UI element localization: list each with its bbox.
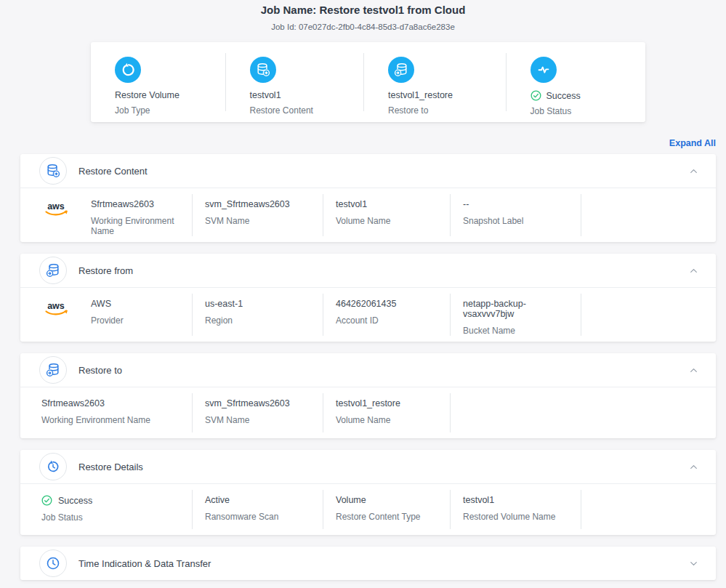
field-value: 464262061435 [336, 299, 438, 309]
step-value: Success [531, 90, 646, 101]
step-label: Restore to [388, 105, 505, 116]
field-label: Restore Content Type [336, 512, 438, 522]
page-title: Job Name: Restore testvol1 from Cloud [0, 4, 726, 16]
pulse-icon [531, 57, 557, 83]
field-working-environment: Sfrtmeaws2603 Working Environment Name [20, 194, 193, 236]
field-label: SVM Name [205, 415, 311, 425]
summary-step-restore-to: testvol1_restore Restore to [364, 42, 505, 122]
field-provider: AWS Provider [20, 294, 193, 336]
section-time-indication: Time Indication & Data Transfer [20, 547, 716, 580]
section-restore-content: Restore Content Sfrtmeaws2603 Working En… [20, 154, 716, 242]
field-value: Volume [336, 495, 438, 505]
field-value: Active [205, 495, 311, 505]
section-title: Restore to [78, 365, 689, 376]
field-value: testvol1_restore [336, 398, 438, 408]
field-value: Sfrtmeaws2603 [91, 199, 180, 209]
field-snapshot-label: -- Snapshot Label [451, 194, 581, 236]
expand-all-row: Expand All [20, 136, 716, 149]
section-restore-to: Restore to Sfrtmeaws2603 Working Environ… [20, 353, 716, 438]
field-region: us-east-1 Region [193, 294, 323, 336]
chevron-down-icon[interactable] [689, 559, 698, 568]
field-label: Working Environment Name [41, 415, 180, 425]
summary-step-restore-content: testvol1 Restore Content [226, 42, 364, 122]
field-volume-name: testvol1_restore Volume Name [323, 393, 451, 432]
section-body: Sfrtmeaws2603 Working Environment Name s… [20, 387, 716, 438]
step-value: testvol1_restore [388, 90, 505, 100]
history-icon [39, 453, 67, 480]
field-volume-name: testvol1 Volume Name [323, 194, 451, 236]
database-target-icon [39, 356, 67, 384]
section-header-restore-from[interactable]: Restore from [20, 254, 716, 287]
job-summary-card: Restore Volume Job Type testvol1 Restore… [91, 42, 645, 122]
field-label: SVM Name [205, 216, 311, 226]
field-label: Job Status [41, 512, 180, 523]
restore-arrow-icon [115, 57, 141, 83]
step-label: Restore Content [250, 105, 364, 116]
section-header-restore-content[interactable]: Restore Content [20, 154, 716, 188]
success-check-icon [531, 90, 541, 101]
field-label: Bucket Name [463, 326, 569, 336]
field-label: Restored Volume Name [463, 512, 569, 522]
chevron-up-icon[interactable] [689, 462, 698, 472]
field-value: svm_Sfrtmeaws2603 [205, 199, 311, 209]
field-account-id: 464262061435 Account ID [323, 294, 451, 336]
page-header: Job Name: Restore testvol1 from Cloud Jo… [0, 0, 726, 31]
field-working-environment: Sfrtmeaws2603 Working Environment Name [20, 393, 193, 432]
field-ransomware-scan: Active Ransomware Scan [193, 490, 323, 529]
field-label: Snapshot Label [463, 216, 569, 226]
step-value: testvol1 [250, 90, 364, 100]
field-label: Account ID [336, 315, 438, 326]
section-title: Restore Details [78, 462, 689, 472]
section-header-time-indication[interactable]: Time Indication & Data Transfer [20, 547, 716, 580]
field-label: Volume Name [336, 415, 438, 425]
field-bucket-name: netapp-backup-vsaxvvv7bjw Bucket Name [451, 294, 581, 336]
section-header-restore-details[interactable]: Restore Details [20, 450, 716, 483]
step-label: Job Type [115, 105, 225, 116]
expand-all-link[interactable]: Expand All [669, 138, 716, 148]
field-value: AWS [91, 299, 124, 309]
field-value: Sfrtmeaws2603 [41, 398, 180, 408]
field-value: testvol1 [336, 199, 438, 209]
database-restore-icon [250, 57, 276, 83]
section-restore-from: Restore from AWS Provider us-east-1 Regi… [20, 254, 716, 342]
section-body: Sfrtmeaws2603 Working Environment Name s… [20, 188, 716, 242]
section-header-restore-to[interactable]: Restore to [20, 353, 716, 387]
step-label: Job Status [531, 106, 646, 116]
summary-step-job-type: Restore Volume Job Type [91, 42, 225, 122]
summary-step-job-status: Success Job Status [507, 42, 646, 122]
chevron-up-icon[interactable] [689, 366, 698, 375]
field-value: us-east-1 [205, 299, 311, 309]
field-label: Working Environment Name [91, 216, 180, 236]
status-text: Success [546, 91, 581, 101]
bucket-restore-icon [39, 257, 67, 284]
field-value: -- [463, 199, 569, 209]
database-target-icon [388, 57, 414, 83]
job-id: Job Id: 07e027dc-2fb0-4c84-85d3-d7a8ac6e… [0, 23, 726, 31]
step-value: Restore Volume [115, 90, 225, 100]
aws-logo-icon [41, 299, 72, 336]
field-value: testvol1 [463, 495, 569, 505]
field-value: Success [58, 496, 92, 506]
field-svm-name: svm_Sfrtmeaws2603 SVM Name [193, 194, 323, 236]
chevron-up-icon[interactable] [689, 266, 698, 275]
database-restore-icon [39, 157, 67, 185]
chevron-up-icon[interactable] [689, 166, 698, 176]
field-svm-name: svm_Sfrtmeaws2603 SVM Name [193, 393, 323, 432]
field-label: Region [205, 315, 311, 326]
field-label: Volume Name [336, 216, 438, 226]
field-value: svm_Sfrtmeaws2603 [205, 398, 311, 408]
field-job-status: Success Job Status [20, 490, 193, 529]
field-value: netapp-backup-vsaxvvv7bjw [463, 299, 569, 319]
section-body: Success Job Status Active Ransomware Sca… [20, 483, 716, 535]
success-check-icon [41, 495, 52, 506]
section-title: Restore from [78, 265, 689, 276]
clock-icon [39, 549, 67, 577]
field-restore-content-type: Volume Restore Content Type [323, 490, 451, 529]
field-label: Provider [91, 315, 124, 326]
section-body: AWS Provider us-east-1 Region 4642620614… [20, 287, 716, 342]
field-label: Ransomware Scan [205, 512, 311, 522]
section-restore-details: Restore Details Success Job Status Activ… [20, 450, 716, 535]
aws-logo-icon [41, 199, 72, 236]
section-title: Time Indication & Data Transfer [78, 558, 689, 569]
section-title: Restore Content [78, 166, 689, 177]
